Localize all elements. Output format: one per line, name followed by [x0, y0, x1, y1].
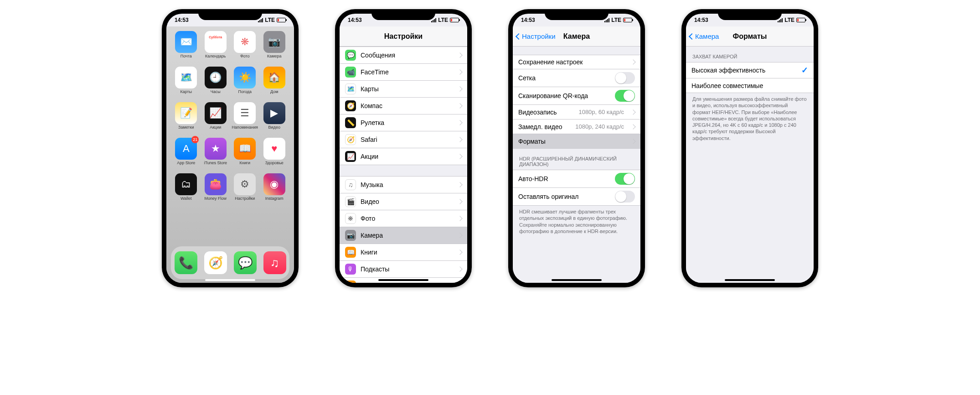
app-Камера[interactable]: 📷Камера — [261, 31, 288, 64]
app-label: Напоминания — [232, 125, 258, 130]
back-button[interactable]: Камера — [686, 32, 719, 40]
row-label: iTunes U — [361, 282, 454, 283]
row-label: Камера — [361, 232, 454, 239]
chevron-right-icon — [457, 120, 462, 125]
home-grid[interactable]: ✉️ПочтаСуббота15Календарь❋Фото📷Камера🗺️К… — [166, 26, 294, 283]
phone-settings: 14:53 LTE Настройки 💬Сообщения📹FaceTime🗺… — [335, 9, 472, 287]
app-Фото[interactable]: ❋Фото — [232, 31, 258, 64]
app-Money Flow[interactable]: 👛Money Flow — [202, 173, 229, 206]
dock-messages[interactable]: 💬 — [234, 251, 257, 274]
dock-phone[interactable]: 📞 — [175, 251, 197, 274]
chevron-right-icon — [457, 216, 462, 221]
chevron-right-icon — [457, 52, 462, 57]
battery-icon — [277, 18, 286, 22]
chevron-left-icon — [516, 33, 522, 39]
app-Настройки[interactable]: ⚙︎Настройки — [232, 173, 258, 206]
hdr-section-footer: HDR смешивает лучшие фрагменты трех отде… — [513, 206, 640, 239]
app-label: Настройки — [235, 196, 255, 201]
row-label: Подкасты — [361, 265, 454, 273]
app-label: App Store — [177, 161, 195, 165]
format-option-Наиболее совместимые[interactable]: Наиболее совместимые — [686, 78, 814, 93]
status-carrier: LTE — [784, 17, 794, 23]
chevron-right-icon — [630, 139, 635, 144]
dock-safari[interactable]: 🧭 — [204, 251, 227, 274]
app-Часы[interactable]: 🕘Часы — [202, 67, 229, 99]
app-Календарь[interactable]: Суббота15Календарь — [202, 31, 229, 64]
app-Заметки[interactable]: 📝Заметки — [173, 102, 200, 135]
settings-row-Книги[interactable]: 📖Книги — [340, 244, 467, 261]
dock: 📞🧭💬♫ — [171, 246, 289, 279]
app-Instagram[interactable]: ◉Instagram — [261, 173, 288, 206]
row-icon: ❋ — [345, 213, 356, 224]
settings-row-Сообщения[interactable]: 💬Сообщения — [340, 47, 467, 64]
settings-row-Акции[interactable]: 📈Акции — [340, 148, 467, 165]
app-App Store[interactable]: A21App Store — [173, 138, 200, 171]
app-icon: ♥ — [263, 138, 285, 160]
notch — [718, 9, 782, 20]
status-carrier: LTE — [611, 17, 621, 23]
app-label: Видео — [268, 125, 280, 130]
settings-row-Safari[interactable]: 🧭Safari — [340, 131, 467, 148]
home-indicator[interactable] — [205, 279, 255, 281]
notch — [198, 9, 262, 20]
settings-list[interactable]: 💬Сообщения📹FaceTime🗺️Карты🧭Компас📏Рулетк… — [340, 47, 467, 283]
row-label: Книги — [361, 249, 454, 256]
row-icon: 📷 — [345, 230, 356, 241]
formats-list[interactable]: ЗАХВАТ КАМЕРОЙ Высокая эффективность✓Наи… — [686, 47, 814, 283]
app-Карты[interactable]: 🗺️Карты — [173, 67, 200, 99]
settings-row-Камера[interactable]: 📷Камера — [340, 227, 467, 244]
dock-music[interactable]: ♫ — [263, 251, 286, 274]
settings-row-Рулетка[interactable]: 📏Рулетка — [340, 114, 467, 131]
home-indicator[interactable] — [725, 279, 775, 281]
app-label: Заметки — [178, 125, 194, 130]
settings-row-Музыка[interactable]: ♫Музыка — [340, 176, 467, 193]
app-icon: 📷 — [263, 31, 285, 53]
camera-settings-list[interactable]: Сохранение настроекСеткаСканирование QR-… — [513, 47, 640, 283]
camera-row-Оставлять оригинал[interactable]: Оставлять оригинал — [513, 188, 640, 206]
camera-row-Форматы[interactable]: Форматы — [513, 134, 640, 149]
app-Wallet[interactable]: 🗂Wallet — [173, 173, 200, 206]
app-icon: ▶︎ — [263, 102, 285, 124]
settings-row-FaceTime[interactable]: 📹FaceTime — [340, 64, 467, 81]
settings-row-Компас[interactable]: 🧭Компас — [340, 98, 467, 114]
camera-row-Сохранение настроек[interactable]: Сохранение настроек — [513, 55, 640, 69]
switch[interactable] — [615, 90, 635, 102]
switch[interactable] — [615, 191, 635, 203]
camera-row-Авто-HDR[interactable]: Авто-HDR — [513, 170, 640, 188]
app-Здоровье[interactable]: ♥Здоровье — [261, 138, 288, 171]
row-icon: 🧭 — [345, 100, 356, 111]
settings-row-Фото[interactable]: ❋Фото — [340, 210, 467, 227]
app-Напоминания[interactable]: ☰Напоминания — [232, 102, 258, 135]
camera-row-Замедл. видео[interactable]: Замедл. видео1080p, 240 кадр/с — [513, 120, 640, 134]
app-iTunes Store[interactable]: ★iTunes Store — [202, 138, 229, 171]
switch[interactable] — [615, 72, 635, 84]
settings-row-Карты[interactable]: 🗺️Карты — [340, 81, 467, 98]
row-label: Сканирование QR-кода — [518, 92, 610, 99]
row-label: Форматы — [518, 138, 627, 145]
camera-row-Видеозапись[interactable]: Видеозапись1080p, 60 кадр/с — [513, 105, 640, 120]
camera-row-Сканирование QR-кода[interactable]: Сканирование QR-кода — [513, 87, 640, 105]
app-icon: ⚙︎ — [234, 173, 256, 195]
status-carrier: LTE — [438, 17, 448, 23]
switch[interactable] — [615, 173, 635, 185]
phone-home: 14:53 LTE ✉️ПочтаСуббота15Календарь❋Фото… — [162, 9, 299, 287]
app-Видео[interactable]: ▶︎Видео — [261, 102, 288, 135]
chevron-right-icon — [630, 59, 635, 64]
back-button[interactable]: Настройки — [513, 32, 556, 40]
app-Дом[interactable]: 🏠Дом — [261, 67, 288, 99]
app-Погода[interactable]: ☀️Погода — [232, 67, 258, 99]
format-option-Высокая эффективность[interactable]: Высокая эффективность✓ — [686, 62, 814, 78]
app-Почта[interactable]: ✉️Почта — [173, 31, 200, 64]
settings-row-Видео[interactable]: 🎬Видео — [340, 193, 467, 210]
settings-row-Подкасты[interactable]: 🎙Подкасты — [340, 261, 467, 278]
chevron-right-icon — [457, 182, 462, 187]
home-indicator[interactable] — [378, 279, 428, 281]
app-Акции[interactable]: 📈Акции — [202, 102, 229, 135]
camera-row-Сетка[interactable]: Сетка — [513, 69, 640, 87]
phone-formats: 14:53 LTE Камера Форматы ЗАХВАТ КАМЕРОЙ … — [681, 9, 818, 287]
app-Книги[interactable]: 📖Книги — [232, 138, 258, 171]
home-indicator[interactable] — [552, 279, 602, 281]
chevron-right-icon — [457, 249, 462, 255]
row-icon: 📖 — [345, 247, 356, 258]
row-label: Сообщения — [361, 52, 454, 59]
